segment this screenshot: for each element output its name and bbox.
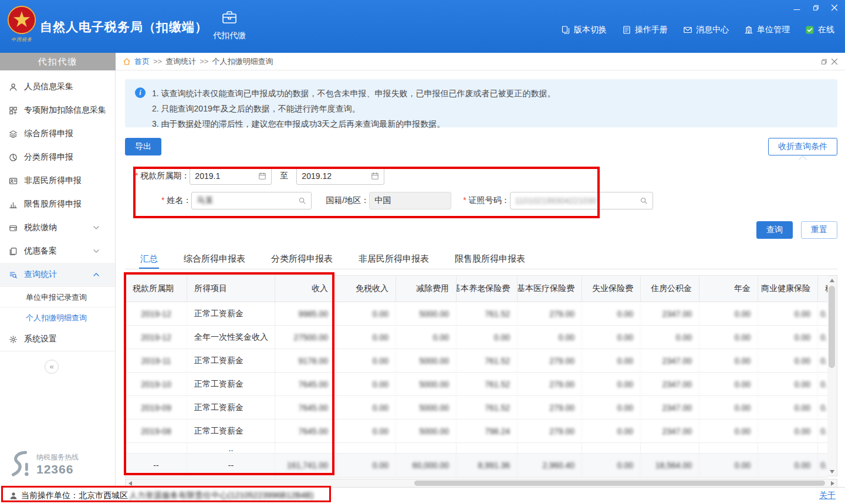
scroll-left-icon[interactable] xyxy=(126,479,134,487)
nationality-field[interactable] xyxy=(369,192,451,209)
id-number-input[interactable] xyxy=(515,196,637,205)
id-number-field[interactable] xyxy=(510,192,653,209)
table-cell: 0.00 xyxy=(336,396,396,419)
vertical-scroll-thumb[interactable] xyxy=(829,286,835,368)
sidebar-title: 代扣代缴 xyxy=(0,53,116,70)
sidebar-item-nonresident-income[interactable]: 非居民所得申报 xyxy=(0,169,115,192)
panel-restore-icon[interactable] xyxy=(820,58,827,65)
table-cell: 0.00 xyxy=(582,373,641,395)
sidebar-item-special-deduction[interactable]: 专项附加扣除信息采集 xyxy=(0,99,115,122)
minimize-icon[interactable] xyxy=(792,4,802,12)
sidebar-item-classified-income[interactable]: 分类所得申报 xyxy=(0,146,115,169)
sidebar-item-system-settings[interactable]: 系统设置 xyxy=(0,327,115,351)
horizontal-scrollbar[interactable] xyxy=(125,479,837,487)
subheader: 代扣代缴 首页 >> 查询统计 >> 个人扣缴明细查询 xyxy=(0,53,845,70)
sidebar-item-label: 税款缴纳 xyxy=(24,222,89,233)
gear-icon xyxy=(8,335,18,344)
table-cell: 5000.00 xyxy=(396,302,457,325)
about-link[interactable]: 关于 xyxy=(819,491,836,501)
main-content: i 1. 该查询统计表仅能查询已申报成功的数据，不包含未申报、申报失败，已申报但… xyxy=(116,70,845,487)
docs-icon xyxy=(8,247,18,256)
export-button[interactable]: 导出 xyxy=(125,138,161,155)
name-input[interactable] xyxy=(197,196,296,205)
table-row[interactable]: 2019-12正常工资薪金9985.000.005000.00761.52279… xyxy=(126,302,827,326)
notice-line: 3. 由于数据处理的滞后性，建议您在申报成功3天之后再来查询最新的申报数据。 xyxy=(152,116,828,131)
column-header: 年金 xyxy=(699,276,758,302)
nav-message-center[interactable]: 消息中心 xyxy=(683,25,729,35)
table-row[interactable]: .. xyxy=(126,443,827,454)
calendar-icon[interactable] xyxy=(258,172,266,180)
table-row[interactable]: 2019-12全年一次性奖金收入27500.000.000.000.000.00… xyxy=(126,326,827,349)
period-end-input[interactable] xyxy=(302,171,369,181)
panel-close-icon[interactable] xyxy=(831,58,838,65)
table-cell: 798.24 xyxy=(457,420,518,442)
person-card-icon xyxy=(8,177,18,185)
tab-3[interactable]: 非居民所得申报表 xyxy=(357,249,430,269)
sidebar-subitem-unit-report-query[interactable]: 单位申报记录查询 xyxy=(0,286,115,307)
tab-0[interactable]: 汇总 xyxy=(139,249,159,269)
table-total-row[interactable]: ----161,741.000.0060,000.008,991.362,960… xyxy=(126,454,827,477)
period-end-field[interactable] xyxy=(296,167,384,185)
name-field[interactable] xyxy=(191,192,312,209)
table-row[interactable]: 2019-11正常工资薪金9178.000.005000.00761.52279… xyxy=(126,349,827,373)
scroll-down-icon[interactable] xyxy=(827,467,836,476)
table-cell: 9985.00 xyxy=(275,302,336,325)
sidebar-item-comprehensive-income[interactable]: 综合所得申报 xyxy=(0,122,115,146)
nav-version-switch[interactable]: 版本切换 xyxy=(561,25,607,35)
table-cell: 0. xyxy=(818,396,827,419)
table-row[interactable]: 2019-10正常工资薪金7645.000.005000.00761.52279… xyxy=(126,373,827,396)
nationality-input[interactable] xyxy=(374,196,446,205)
tab-2[interactable]: 分类所得申报表 xyxy=(270,249,334,269)
sidebar-item-restricted-shares[interactable]: 限售股所得申报 xyxy=(0,192,115,216)
sidebar: 人员信息采集专项附加扣除信息采集综合所得申报分类所得申报非居民所得申报限售股所得… xyxy=(0,70,116,487)
collapse-query-button[interactable]: 收折查询条件 xyxy=(768,138,837,155)
period-start-input[interactable] xyxy=(195,171,256,181)
collapse-notch xyxy=(799,155,807,164)
reset-button[interactable]: 重置 xyxy=(801,221,837,239)
table-cell: 7645.00 xyxy=(275,420,336,442)
id-number-label: 证照号码： xyxy=(463,195,509,206)
period-start-field[interactable] xyxy=(190,167,272,185)
calendar-icon[interactable] xyxy=(371,172,379,180)
search-button[interactable]: 查询 xyxy=(756,221,793,239)
restore-icon[interactable] xyxy=(811,4,820,12)
operating-unit-prefix: 北京市西城区 xyxy=(79,491,128,501)
column-header: 基本养老保险费 xyxy=(457,276,518,302)
search-icon[interactable] xyxy=(640,197,648,205)
sidebar-item-preferential-filing[interactable]: 优惠备案 xyxy=(0,239,115,263)
table-cell: 0.00 xyxy=(699,326,758,349)
table-row[interactable]: 2019-08正常工资薪金7645.000.005000.00798.24279… xyxy=(126,420,827,443)
close-icon[interactable] xyxy=(830,4,839,12)
nav-online[interactable]: 在线 xyxy=(805,25,834,35)
column-header: 失业保险费 xyxy=(582,276,641,302)
table-cell: 0. xyxy=(818,454,827,477)
search-icon[interactable] xyxy=(298,197,306,205)
sidebar-item-query-statistics[interactable]: 查询统计 xyxy=(0,263,115,286)
module-tab-withholding[interactable]: 代扣代缴 xyxy=(207,9,252,41)
tab-4[interactable]: 限售股所得申报表 xyxy=(454,249,526,269)
sidebar-item-personnel-info[interactable]: 人员信息采集 xyxy=(0,75,115,99)
sidebar-subitem-personal-withholding-query[interactable]: 个人扣缴明细查询 xyxy=(0,307,115,327)
table-cell xyxy=(126,443,187,453)
notice-line: 2. 只能查询2019年及之后的数据，不能进行跨年度查询。 xyxy=(152,101,828,116)
nav-unit-management[interactable]: 单位管理 xyxy=(744,25,790,35)
tab-1[interactable]: 综合所得申报表 xyxy=(182,249,246,269)
table-cell xyxy=(336,443,396,453)
table-cell: 0.00 xyxy=(336,373,396,395)
sidebar-collapse-button[interactable]: « xyxy=(45,360,59,374)
sidebar-item-tax-payment[interactable]: 税款缴纳 xyxy=(0,216,115,239)
nav-manual[interactable]: 操作手册 xyxy=(622,25,668,35)
table-cell xyxy=(758,443,818,453)
scroll-up-icon[interactable] xyxy=(827,276,836,285)
table-cell: 0. xyxy=(818,326,827,349)
scroll-right-icon[interactable] xyxy=(828,479,837,487)
nav-label: 消息中心 xyxy=(696,25,729,35)
table-row[interactable]: 2019-09正常工资薪金7645.000.005000.00761.52279… xyxy=(126,396,827,420)
breadcrumb-home[interactable]: 首页 xyxy=(134,56,150,67)
chevron-up-icon xyxy=(91,273,101,276)
horizontal-scroll-thumb[interactable] xyxy=(414,481,825,486)
sidebar-item-label: 非居民所得申报 xyxy=(24,175,107,186)
vertical-scrollbar[interactable] xyxy=(827,275,837,476)
breadcrumb-item-current: 个人扣缴明细查询 xyxy=(212,56,273,67)
table-cell: 0.00 xyxy=(699,396,758,419)
